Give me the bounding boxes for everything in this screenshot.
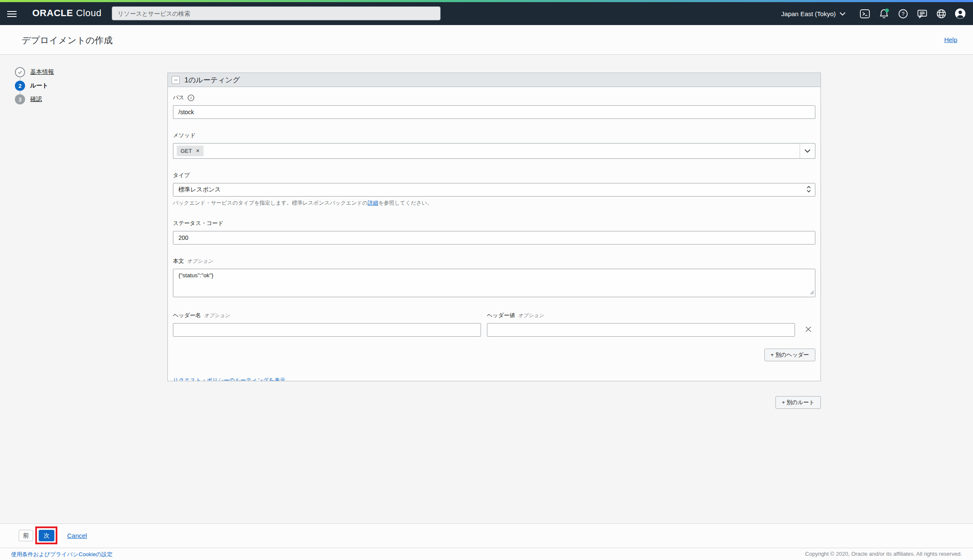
path-input[interactable]	[173, 105, 815, 119]
add-another-header-button[interactable]: + 別のヘッダー	[764, 349, 815, 361]
status-code-input[interactable]	[173, 231, 815, 245]
topbar-right-cluster: Japan East (Tokyo) ?	[781, 2, 967, 25]
region-label: Japan East (Tokyo)	[781, 10, 836, 17]
routing-panel-header: − 1のルーティング	[168, 73, 820, 87]
collapse-panel-button[interactable]: −	[172, 76, 180, 84]
wizard-action-bar: 前 次 Cancel	[0, 523, 973, 548]
header-name-optional-tag: オプション	[204, 312, 230, 319]
path-label: パス	[173, 94, 184, 101]
help-link[interactable]: Help	[944, 36, 957, 43]
close-icon	[805, 326, 812, 333]
type-field-group: タイプ 標準レスポンス バックエンド・サービスのタイプを指定します。標準レスポン…	[173, 172, 815, 207]
method-field-group: メソッド GET ✕	[173, 132, 815, 159]
page-footer: 使用条件およびプライバシ Cookieの設定 Copyright © 2020,…	[0, 548, 973, 560]
body-label: 本文	[173, 257, 184, 265]
method-chip-label: GET	[181, 148, 192, 154]
hamburger-menu-icon[interactable]	[6, 9, 17, 18]
copyright-text: Copyright © 2020, Oracle and/or its affi…	[805, 551, 962, 557]
wizard-step-basic-info[interactable]: 基本情報	[15, 67, 54, 77]
global-search	[112, 6, 441, 20]
help-icon[interactable]: ?	[896, 7, 910, 20]
region-selector[interactable]: Japan East (Tokyo)	[781, 10, 846, 17]
chevron-down-icon	[804, 149, 811, 153]
wizard-step-label[interactable]: 基本情報	[30, 68, 54, 76]
step-current-badge: 2	[15, 81, 25, 91]
previous-button[interactable]: 前	[19, 530, 33, 541]
body-field-group: 本文 オプション {"status":"ok"}	[173, 257, 815, 299]
method-dropdown-toggle[interactable]	[800, 144, 815, 158]
header-name-label: ヘッダー名	[173, 312, 201, 319]
language-icon[interactable]	[934, 7, 948, 20]
brand-oracle-text: ORACLE	[32, 8, 73, 18]
remove-header-button[interactable]	[803, 324, 814, 336]
routing-panel-title: 1のルーティング	[184, 75, 240, 85]
wizard-steps: 基本情報 2 ルート 3 確認	[15, 67, 54, 108]
type-hint: バックエンド・サービスのタイプを指定します。標準レスポンスバックエンドの詳細を参…	[173, 200, 815, 207]
type-select-value: 標準レスポンス	[178, 186, 221, 194]
cancel-link[interactable]: Cancel	[67, 532, 87, 539]
method-chip: GET ✕	[177, 146, 204, 156]
chip-remove-icon[interactable]: ✕	[196, 149, 200, 153]
wizard-step-label[interactable]: 確認	[30, 96, 42, 103]
status-code-field-group: ステータス・コード	[173, 219, 815, 245]
chevron-down-icon	[840, 12, 846, 16]
body-optional-tag: オプション	[187, 258, 213, 265]
select-stepper-icon	[806, 186, 811, 194]
cloud-shell-icon[interactable]	[858, 7, 871, 20]
body-textarea[interactable]: {"status":"ok"}	[173, 269, 815, 297]
svg-text:?: ?	[902, 11, 905, 17]
terms-privacy-link[interactable]: 使用条件およびプライバシ	[11, 551, 78, 558]
header-row: ヘッダー名 オプション ヘッダー値 オプション	[173, 312, 815, 337]
wizard-step-routes[interactable]: 2 ルート	[15, 81, 54, 91]
notifications-icon[interactable]	[877, 7, 891, 20]
type-label: タイプ	[173, 172, 190, 179]
type-hint-prefix: バックエンド・サービスのタイプを指定します。標準レスポンスバックエンドの	[173, 200, 368, 206]
type-hint-suffix: を参照してください。	[379, 200, 433, 206]
add-another-route-button[interactable]: + 別のルート	[775, 396, 821, 409]
info-icon[interactable]: i	[187, 94, 195, 101]
cookie-settings-link[interactable]: Cookieの設定	[79, 551, 113, 558]
policy-links: リクエスト・ポリシーのルーティングを表示 ロギング・ポリシーのルーティングを表示	[173, 377, 815, 381]
path-field-group: パス i	[173, 94, 815, 119]
type-select[interactable]: 標準レスポンス	[173, 183, 815, 197]
type-hint-details-link[interactable]: 詳細	[368, 200, 379, 206]
user-avatar[interactable]	[953, 7, 967, 20]
show-request-policies-link[interactable]: リクエスト・ポリシーのルーティングを表示	[173, 377, 286, 381]
header-value-input[interactable]	[487, 323, 795, 337]
header-name-input[interactable]	[173, 323, 481, 337]
search-input[interactable]	[112, 6, 441, 20]
header-value-optional-tag: オプション	[518, 312, 544, 319]
step-upcoming-badge: 3	[15, 94, 25, 104]
svg-text:i: i	[190, 95, 192, 100]
page-header: デプロイメントの作成 Help	[0, 25, 973, 55]
wizard-step-review[interactable]: 3 確認	[15, 94, 54, 104]
method-multiselect[interactable]: GET ✕	[173, 143, 815, 159]
page-title: デプロイメントの作成	[22, 34, 113, 46]
routing-panel: − 1のルーティング パス i メソッド GET ✕	[167, 73, 821, 381]
notification-dot	[885, 8, 889, 12]
status-code-label: ステータス・コード	[173, 219, 223, 227]
top-navigation-bar: ORACLECloud Japan East (Tokyo) ?	[0, 2, 973, 25]
routing-panel-body: パス i メソッド GET ✕	[168, 87, 820, 381]
wizard-step-label: ルート	[30, 82, 48, 90]
next-button[interactable]: 次	[39, 530, 54, 541]
app-root: ORACLECloud Japan East (Tokyo) ?	[0, 0, 973, 560]
header-value-label: ヘッダー値	[487, 312, 515, 319]
brand-cloud-text: Cloud	[76, 8, 102, 18]
step-complete-icon	[15, 67, 25, 77]
method-label: メソッド	[173, 132, 195, 139]
announcements-icon[interactable]	[915, 7, 929, 20]
oracle-cloud-logo[interactable]: ORACLECloud	[32, 8, 102, 19]
